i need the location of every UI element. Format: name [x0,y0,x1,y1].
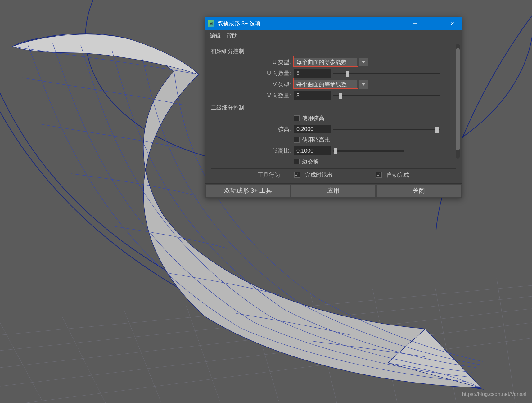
close-button[interactable] [443,17,462,30]
v-count-label: V 向数量: [211,92,294,99]
chevron-down-icon[interactable] [359,80,368,89]
menu-help[interactable]: 帮助 [226,32,237,39]
exit-on-complete-label: 完成时退出 [305,171,333,179]
chord-ratio-label: 弦高比: [211,147,294,154]
row-chord: 弦高: 0.2000 [211,124,456,134]
auto-complete-label: 自动完成 [387,171,409,179]
u-count-field[interactable]: 8 [294,69,331,78]
row-chord-ratio: 弦高比: 0.1000 [211,146,456,156]
menu-edit[interactable]: 编辑 [210,32,221,39]
edge-swap-label: 边交换 [302,158,319,165]
row-use-chord: 使用弦高 [211,113,456,123]
scrollbar-thumb[interactable] [456,48,460,150]
use-chord-ratio-checkbox[interactable] [294,137,300,143]
use-chord-ratio-label: 使用弦高比 [302,136,330,144]
titlebar[interactable]: 双轨成形 3+ 选项 [205,17,462,30]
chord-field[interactable]: 0.2000 [294,125,331,133]
birail-options-dialog: 双轨成形 3+ 选项 编辑 帮助 初始细分控制 U 类型: 每个曲面的等参线数 [205,17,462,198]
menubar: 编辑 帮助 [205,30,462,41]
svg-line-13 [497,278,515,403]
v-type-label: V 类型: [211,81,294,88]
v-type-value: 每个曲面的等参线数 [294,80,357,89]
watermark: https://blog.csdn.net/Vansal [462,391,526,397]
u-type-value: 每个曲面的等参线数 [294,58,357,66]
u-type-dropdown[interactable]: 每个曲面的等参线数 [294,58,368,66]
chord-ratio-field[interactable]: 0.1000 [294,146,331,155]
chord-label: 弦高: [211,125,294,133]
svg-line-5 [0,323,43,403]
v-count-field[interactable]: 5 [294,91,331,100]
maya-icon [208,20,214,27]
svg-line-6 [62,316,106,403]
svg-line-7 [124,310,161,403]
svg-rect-15 [432,22,435,25]
u-type-label: U 类型: [211,58,294,66]
birail-tool-button[interactable]: 双轨成形 3+ 工具 [206,185,290,197]
chevron-down-icon[interactable] [359,58,368,66]
tool-behavior-label: 工具行为: [258,171,282,179]
row-u-count: U 向数量: 8 [211,68,456,78]
tool-behavior-row: 工具行为: 完成时退出 自动完成 [211,168,456,181]
window-title: 双轨成形 3+ 选项 [218,20,406,27]
row-u-type: U 类型: 每个曲面的等参线数 [211,57,456,67]
row-edge-swap: 边交换 [211,157,456,167]
row-v-count: V 向数量: 5 [211,90,456,101]
button-bar: 双轨成形 3+ 工具 应用 关闭 [205,183,462,198]
chord-ratio-slider[interactable] [333,146,404,155]
row-use-chord-ratio: 使用弦高比 [211,135,456,145]
section-secondary-label: 二级细分控制 [211,104,456,111]
use-chord-checkbox[interactable] [294,115,300,121]
u-count-label: U 向数量: [211,69,294,77]
v-count-slider[interactable] [333,91,440,100]
u-count-slider[interactable] [333,69,440,78]
section-primary-label: 初始细分控制 [211,47,456,55]
close-dialog-button[interactable]: 关闭 [377,185,461,197]
vertical-scrollbar[interactable] [456,44,460,159]
chord-slider[interactable] [333,125,440,133]
dialog-content: 初始细分控制 U 类型: 每个曲面的等参线数 U 向数量: 8 V 类型: 每个… [205,41,462,183]
auto-complete-checkbox[interactable] [376,172,382,178]
row-v-type: V 类型: 每个曲面的等参线数 [211,79,456,90]
minimize-button[interactable] [406,17,424,30]
use-chord-label: 使用弦高 [302,114,324,122]
exit-on-complete-checkbox[interactable] [294,172,300,178]
maximize-button[interactable] [424,17,443,30]
apply-button[interactable]: 应用 [291,185,375,197]
v-type-dropdown[interactable]: 每个曲面的等参线数 [294,80,368,89]
edge-swap-checkbox[interactable] [294,159,300,164]
